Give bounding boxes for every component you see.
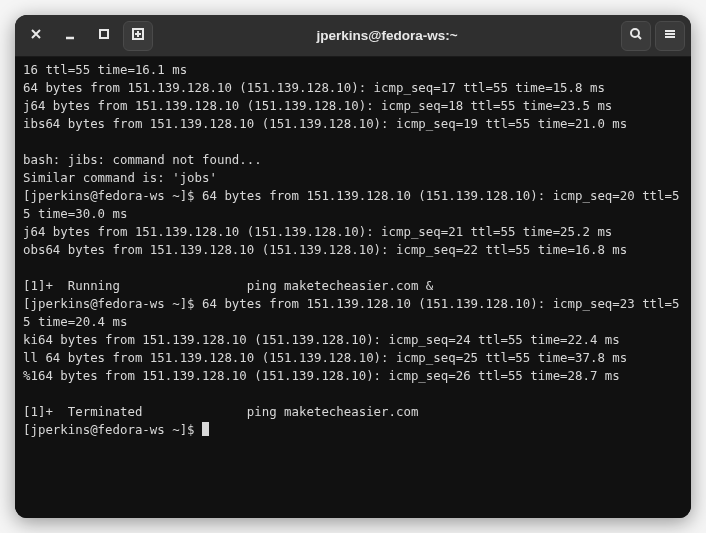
maximize-icon	[97, 27, 111, 44]
terminal-window: jperkins@fedora-ws:~ 16 ttl=55 time=16.1…	[15, 15, 691, 518]
close-button[interactable]	[21, 21, 51, 51]
cursor	[202, 422, 209, 436]
terminal-output[interactable]: 16 ttl=55 time=16.1 ms 64 bytes from 151…	[15, 57, 691, 518]
new-tab-icon	[131, 27, 145, 44]
search-button[interactable]	[621, 21, 651, 51]
maximize-button[interactable]	[89, 21, 119, 51]
minimize-button[interactable]	[55, 21, 85, 51]
minimize-icon	[63, 27, 77, 44]
menu-button[interactable]	[655, 21, 685, 51]
terminal-text: 16 ttl=55 time=16.1 ms 64 bytes from 151…	[23, 62, 679, 419]
svg-point-2	[631, 29, 639, 37]
terminal-prompt: [jperkins@fedora-ws ~]$	[23, 422, 202, 437]
window-title: jperkins@fedora-ws:~	[153, 28, 621, 43]
svg-rect-0	[100, 30, 108, 38]
titlebar: jperkins@fedora-ws:~	[15, 15, 691, 57]
new-tab-button[interactable]	[123, 21, 153, 51]
search-icon	[629, 27, 643, 44]
close-icon	[29, 27, 43, 44]
hamburger-icon	[663, 27, 677, 44]
